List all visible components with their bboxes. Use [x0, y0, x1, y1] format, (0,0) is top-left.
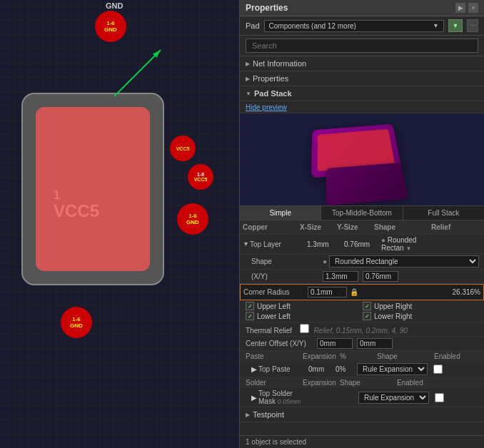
- pad-number: 1: [54, 189, 99, 202]
- props-selector-row: Pad Components (and 12 more) ▼ ▼ ⋯: [240, 16, 484, 36]
- upper-left-checkbox[interactable]: [246, 302, 254, 310]
- top-paste-expansion: 0mm: [308, 365, 336, 373]
- shape-row-dot-icon: ●: [323, 258, 327, 265]
- testpoint-triangle-icon: ▶: [246, 412, 250, 418]
- paste-expansion-col: Expansion: [303, 352, 340, 360]
- close-button[interactable]: ×: [468, 3, 478, 13]
- corner-radius-row: Corner Radius 🔒 26.316%: [240, 284, 484, 300]
- gnd-top-num: 1-6: [106, 20, 115, 26]
- pad-net: VCC5: [54, 201, 99, 220]
- gnd-bottom-num: 1-6: [72, 316, 81, 322]
- 3d-preview: [240, 113, 484, 206]
- solder-shape-col: Shape: [340, 379, 397, 387]
- col-xsize: X-Size: [300, 223, 337, 231]
- top-paste-expand-icon[interactable]: ▶: [251, 365, 258, 373]
- component-selector-text: Components (and 12 more): [269, 22, 356, 30]
- thermal-row: Thermal Relief Relief, 0.15mm, 0.2mm, 4,…: [240, 322, 484, 337]
- pad-stack-section[interactable]: ▼ Pad Stack: [240, 86, 484, 101]
- center-offset-row: Center Offset (X/Y): [240, 337, 484, 351]
- properties-panel: Properties ▶ × Pad Components (and 12 mo…: [239, 0, 484, 448]
- shape-row: Shape ● Rounded Rectangle: [240, 254, 484, 270]
- top-solder-size: 0.05mm: [278, 398, 301, 405]
- net-info-section[interactable]: ▶ Net Information: [240, 56, 484, 71]
- copper-header-row: Copper X-Size Y-Size Shape Relief: [240, 220, 484, 235]
- filter-button[interactable]: ▼: [448, 19, 463, 32]
- top-layer-expand-icon[interactable]: ▼: [243, 240, 250, 248]
- search-input[interactable]: [246, 39, 478, 53]
- upper-right-label: Upper Right: [374, 302, 412, 310]
- corner-radius-input[interactable]: [308, 287, 347, 297]
- testpoint-section[interactable]: ▶ Testpoint: [240, 407, 484, 422]
- selector-arrow-icon: ▼: [433, 22, 439, 29]
- gnd-circle-right[interactable]: 1-6 GND: [177, 203, 208, 235]
- lock-icon: 🔒: [350, 288, 358, 296]
- solder-expansion-col: Expansion: [303, 379, 340, 387]
- center-offset-label: Center Offset (X/Y): [246, 340, 317, 347]
- tab-top-middle-bottom[interactable]: Top-Middle-Bottom: [321, 206, 403, 220]
- lower-right-checkbox-item[interactable]: Lower Right: [363, 312, 478, 320]
- status-text: 1 object is selected: [246, 438, 306, 446]
- upper-left-label: Upper Left: [257, 302, 291, 310]
- properties-label: Properties: [253, 74, 288, 83]
- vcc-circle-2[interactable]: 1-6 VCC5: [188, 164, 213, 190]
- xy-x-input[interactable]: [323, 271, 358, 282]
- top-paste-label: Top Paste: [258, 365, 308, 373]
- gnd-circle-top[interactable]: 1-6 GND: [95, 11, 126, 42]
- hide-preview-row: Hide preview: [240, 101, 484, 113]
- top-layer-ysize: 0.76mm: [344, 240, 381, 248]
- shape-dropdown-icon[interactable]: ▼: [405, 245, 411, 252]
- hide-preview-link[interactable]: Hide preview: [246, 103, 287, 111]
- tab-simple[interactable]: Simple: [240, 206, 321, 220]
- lower-left-checkbox-item[interactable]: Lower Left: [246, 312, 361, 320]
- vcc2-num: 1-6: [197, 172, 204, 177]
- pad-3d-bottom: [326, 162, 408, 205]
- paste-shape-col: Shape: [377, 352, 434, 360]
- center-offset-x[interactable]: [317, 338, 353, 349]
- properties-section[interactable]: ▶ Properties: [240, 71, 484, 86]
- testpoint-label: Testpoint: [253, 410, 284, 419]
- tabs-row: Simple Top-Middle-Bottom Full Stack: [240, 206, 484, 220]
- dots-icon: ⋯: [470, 22, 476, 29]
- tab-full-stack[interactable]: Full Stack: [403, 206, 484, 220]
- paste-header-row: Paste Expansion % Shape Enabled: [240, 351, 484, 362]
- paste-enabled-col: Enabled: [434, 352, 478, 360]
- thermal-checkbox[interactable]: [300, 324, 309, 333]
- shape-select[interactable]: Rounded Rectangle: [329, 255, 479, 268]
- gnd-bottom-label: GND: [70, 322, 83, 329]
- vcc-circle-1[interactable]: VCC5: [170, 136, 196, 161]
- center-offset-y[interactable]: [357, 338, 393, 349]
- upper-right-checkbox[interactable]: [363, 302, 371, 310]
- lower-right-checkbox[interactable]: [363, 312, 371, 320]
- gnd-circle-bottom[interactable]: 1-6 GND: [61, 307, 92, 338]
- solder-header-row: Solder Expansion Shape Enabled: [240, 377, 484, 388]
- vcc1-label: VCC5: [176, 146, 190, 151]
- gnd-right-num: 1-6: [188, 213, 197, 219]
- top-solder-row: ▶ Top Solder Mask 0.05mm Rule Expansion: [240, 388, 484, 407]
- corner-radius-label: Corner Radius: [243, 288, 308, 296]
- xy-y-input[interactable]: [363, 271, 398, 282]
- paste-section-label: Paste: [246, 352, 303, 360]
- corner-radius-percent: 26.316%: [361, 288, 480, 296]
- pad-vcc5-label: 1 VCC5: [54, 189, 99, 220]
- top-paste-enabled-checkbox[interactable]: [433, 365, 443, 374]
- top-paste-shape-select[interactable]: Rule Expansion: [357, 363, 428, 375]
- net-info-label: Net Information: [253, 59, 306, 68]
- props-type-label: Pad: [246, 21, 260, 30]
- top-solder-shape-select[interactable]: Rule Expansion: [358, 392, 429, 404]
- top-solder-enabled-checkbox[interactable]: [435, 393, 444, 402]
- top-layer-xsize: 1.3mm: [307, 240, 344, 248]
- top-solder-expand-icon[interactable]: ▶: [251, 394, 258, 402]
- dots-button[interactable]: ⋯: [467, 19, 478, 32]
- solder-enabled-col: Enabled: [397, 379, 478, 387]
- component-selector[interactable]: Components (and 12 more) ▼: [264, 20, 444, 32]
- pad-3d-container: [291, 117, 433, 203]
- lower-left-checkbox[interactable]: [246, 312, 254, 320]
- upper-right-checkbox-item[interactable]: Upper Right: [363, 302, 478, 310]
- gnd-top-text: GND: [106, 1, 123, 10]
- upper-left-checkbox-item[interactable]: Upper Left: [246, 302, 361, 310]
- pin-button[interactable]: ▶: [455, 3, 465, 13]
- checkboxes-grid: Upper Left Upper Right Lower Left Lower …: [240, 300, 484, 322]
- shape-row-value: ● Rounded Rectangle: [323, 255, 481, 268]
- paste-pct-col: %: [340, 352, 377, 360]
- shape-row-label: Shape: [251, 258, 323, 265]
